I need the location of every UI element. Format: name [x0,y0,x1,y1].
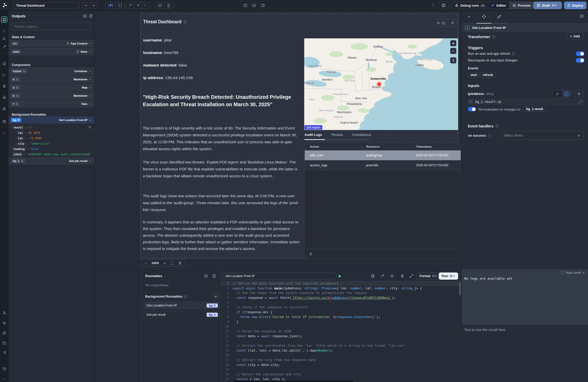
collapse-panel-icon[interactable] [83,14,87,18]
ai-assist-icon[interactable] [380,274,384,278]
undo-icon[interactable]: ↩ [83,2,90,8]
code-line[interactable]: 12 const data = await response.json(); [221,334,461,339]
delete-icon[interactable] [400,274,404,278]
set-region-button[interactable]: Set region [304,125,322,130]
horizontal-scrollbar[interactable] [233,381,353,382]
download-icon[interactable] [309,252,313,256]
auto-theme-icon[interactable] [126,2,134,8]
on-success-select[interactable]: Select items × [500,131,583,140]
user-icon[interactable] [0,311,8,315]
dark-theme-icon[interactable]: ☾ [142,2,150,8]
static-mode-icon[interactable] [553,91,562,97]
search-outputs-input[interactable] [12,23,91,30]
tab-audit-logs[interactable]: Audit Logs [304,133,322,137]
json-key-city[interactable]: city [16,142,26,145]
fit-canvas-icon[interactable] [168,260,176,266]
component-row-f[interactable]: f Tabs [8,100,94,107]
recompute-toggle[interactable] [576,58,584,63]
runnable-item[interactable]: Get Location From IP bg_0 [144,302,220,309]
collapse-runnables-icon[interactable] [204,274,208,278]
auto-scroll-checkbox[interactable]: ✓ [583,271,585,275]
json-key-jobid[interactable]: jobId [12,152,23,156]
tab-threats[interactable]: Threats [331,133,343,137]
code-line[interactable]: 3 // Use the token from the Ipinfo resou… [221,291,461,296]
expand-logs-icon[interactable] [561,271,564,274]
expand-expression-icon[interactable] [579,100,584,103]
add-background-runnable-button[interactable]: + [213,293,219,299]
resources-icon[interactable] [0,95,8,99]
help-icon[interactable] [0,367,8,371]
code-line[interactable]: 9 } [221,320,461,324]
folders-icon[interactable] [0,341,8,345]
input-expression-editor[interactable]: 1 bg_1.result.ip [468,99,584,104]
docs-button[interactable] [438,2,449,9]
code-editor[interactable]: 1// Define the main function with the re… [221,281,461,382]
component-settings-tab[interactable] [482,14,486,19]
code-line[interactable]: 5 [221,300,461,305]
search-icon[interactable] [0,37,8,41]
output-row-state[interactable]: state State [8,48,94,55]
expand-editor-icon[interactable] [410,274,413,278]
code-line[interactable]: 6 // Check if the response is successful [221,305,461,310]
workers-icon[interactable] [0,331,8,335]
vertical-scrollbar[interactable] [459,282,461,296]
more-menu-icon[interactable]: ⋮ [431,3,435,7]
map-zoom-in-button[interactable]: + [450,40,456,46]
column-timestamp[interactable]: Timestamp [411,145,461,149]
toggle-right-panel-icon[interactable] [261,3,265,7]
component-row-topbar[interactable]: topbar Container [8,68,94,75]
deploy-button[interactable]: Deploy [564,2,586,9]
ai-wand-icon[interactable] [0,45,8,49]
reeval-dependency-chip[interactable]: bg_1.result [523,106,546,112]
json-key-lon[interactable]: lon [16,136,25,140]
map-zoom-out-button[interactable]: − [450,48,456,54]
bg1-row[interactable]: bg_1 Get job result [8,157,94,165]
map-locate-button[interactable]: ⇧ [450,57,456,63]
settings-gear-icon[interactable] [0,321,8,325]
scale-reset-icon[interactable]: |0| [106,2,116,8]
json-key-lat[interactable]: lat [16,131,25,135]
script-name-input[interactable] [223,273,336,279]
map-component[interactable]: QuébecNew BrunswickOttawaMontréalMaineNo… [304,38,458,130]
code-line[interactable]: 1// Define the main function with the re… [221,281,461,286]
table-row[interactable]: access_logs prod-k8s 2025-03-30T17:03:00… [305,160,461,170]
selected-component-header[interactable]: ƒ Get Location From IP [462,24,588,32]
mobile-view-icon[interactable] [164,2,173,8]
code-line[interactable]: 10 [221,324,461,329]
desktop-view-icon[interactable] [156,2,164,8]
json-key-loading[interactable]: loading [12,147,26,151]
connect-input-icon[interactable] [574,90,584,97]
eval-mode-icon[interactable]: ƒ [562,91,571,97]
zoom-out-button[interactable]: − [143,260,149,266]
light-theme-icon[interactable]: ☀ [134,2,142,8]
run-on-start-toggle[interactable] [576,51,584,56]
component-row-b[interactable]: b Markdown [8,92,94,99]
component-row-h[interactable]: h Markdown [8,76,94,83]
toggle-left-panel-icon[interactable] [243,3,247,7]
code-line[interactable]: 14 // Extract the coordinates from the '… [221,343,461,348]
app-builder-rail-item[interactable] [1,16,7,23]
audit-list-icon[interactable] [0,351,8,355]
pan-hand-icon[interactable] [176,260,184,266]
runs-icon[interactable]: ▷ [0,73,8,77]
collapse-right-panel-icon[interactable] [580,14,584,18]
app-canvas[interactable]: Threat Dashboardi ↻(2) ↺ username: jdoe … [140,13,458,258]
draft-button[interactable]: Draft ⌘S [533,2,562,9]
styling-tab[interactable] [497,14,502,19]
home-icon[interactable] [0,61,8,66]
code-line[interactable]: 19 [221,367,461,372]
column-action[interactable]: Action [305,145,361,149]
preview-tab[interactable]: Preview [510,2,533,9]
toggle-bottom-panel-icon[interactable] [252,3,256,7]
variables-icon[interactable]: $ [0,84,8,88]
output-row-ctx[interactable]: ctx App Context [8,40,94,47]
favorites-icon[interactable]: ☆ [0,29,8,33]
column-resource[interactable]: Resource [361,145,411,149]
jobs-history-button[interactable]: ↺ [448,19,457,27]
refresh-components-button[interactable]: ↻(2) [434,19,448,27]
database-icon[interactable] [371,274,375,278]
code-line[interactable]: 17 // Extract the city from the response… [221,358,461,363]
code-line[interactable]: 18 const city = data.city; [221,363,461,367]
component-row-a[interactable]: a Map [8,84,94,91]
search-json-icon[interactable] [88,126,92,129]
